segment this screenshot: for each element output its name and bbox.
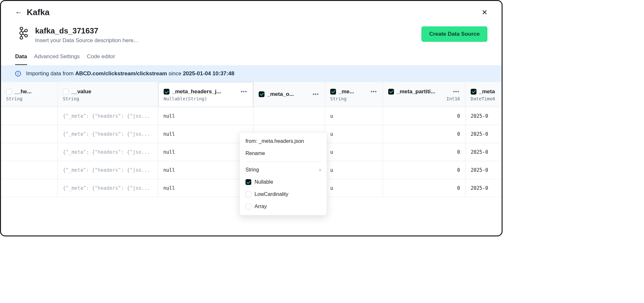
- column-type: DateTime6: [471, 96, 499, 101]
- table-cell: 0: [383, 143, 465, 161]
- topbar-left: ← Kafka: [15, 7, 50, 17]
- menu-nullable-label: Nullable: [255, 179, 273, 185]
- table-cell: [254, 107, 325, 125]
- column-4: _me... ••• String u u u u u: [325, 82, 383, 197]
- banner-text: Importing data from ABCD.com/clickstream…: [26, 70, 234, 77]
- column-menu-icon[interactable]: •••: [240, 89, 248, 95]
- column-header[interactable]: _meta_partiti... ••• Int16: [383, 82, 465, 107]
- column-header[interactable]: _meta_headers_j... ••• Nullable(String): [158, 82, 253, 107]
- svg-line-8: [23, 34, 25, 35]
- table-cell: 0: [383, 179, 465, 197]
- column-type: String: [6, 96, 52, 101]
- column-menu-icon[interactable]: •••: [312, 91, 320, 97]
- column-name: _meta_headers_j...: [172, 88, 221, 95]
- column-checkbox[interactable]: [259, 91, 264, 97]
- table-cell: 2025-0: [466, 161, 502, 179]
- table-cell: {"_meta": {"headers": {"jso...: [58, 107, 158, 125]
- tab-advanced-settings[interactable]: Advanced Settings: [34, 53, 80, 65]
- back-arrow-icon[interactable]: ←: [15, 8, 22, 17]
- app-frame: ← Kafka ✕ kafka_ds_371637: [0, 0, 503, 236]
- table-cell: null: [158, 143, 253, 161]
- column-type: String: [330, 96, 378, 101]
- menu-type-string[interactable]: String ›: [240, 164, 327, 176]
- table-cell: null: [158, 161, 253, 179]
- create-data-source-button[interactable]: Create Data Source: [421, 26, 487, 42]
- table-cell: [1, 161, 57, 179]
- table-cell: u: [325, 125, 383, 143]
- menu-checkbox-nullable[interactable]: [245, 179, 251, 185]
- menu-lowcardinality-label: LowCardinality: [255, 191, 288, 197]
- topbar: ← Kafka ✕: [1, 1, 502, 17]
- column-header[interactable]: __he... String: [1, 82, 57, 107]
- column-checkbox[interactable]: [471, 89, 476, 95]
- svg-point-2: [20, 37, 23, 39]
- ds-name: kafka_ds_371637: [35, 26, 138, 35]
- column-type: Int16: [388, 96, 460, 101]
- menu-rename[interactable]: Rename: [240, 147, 327, 160]
- table-cell: u: [325, 143, 383, 161]
- table-cell: 2025-0: [466, 143, 502, 161]
- svg-point-3: [25, 29, 27, 32]
- table-cell: 2025-0: [466, 107, 502, 125]
- column-name: _meta: [479, 88, 495, 95]
- chevron-right-icon: ›: [319, 167, 321, 173]
- menu-lowcardinality[interactable]: LowCardinality: [240, 188, 327, 200]
- tabs: Data Advanced Settings Code editor: [1, 44, 502, 65]
- column-name: __he...: [14, 88, 32, 95]
- banner-since: 2025-01-04 10:37:48: [183, 70, 235, 77]
- column-checkbox[interactable]: [6, 89, 12, 95]
- tab-code-editor[interactable]: Code editor: [87, 53, 115, 65]
- menu-array[interactable]: Array: [240, 200, 327, 213]
- menu-separator: [245, 161, 322, 162]
- column-checkbox[interactable]: [63, 89, 69, 95]
- header-row: kafka_ds_371637 Insert your Data Source …: [1, 17, 502, 44]
- table-cell: null: [158, 107, 253, 125]
- import-banner: i Importing data from ABCD.com/clickstre…: [1, 65, 502, 82]
- column-name: __value: [71, 88, 91, 95]
- tab-data[interactable]: Data: [15, 53, 27, 65]
- column-checkbox[interactable]: [388, 89, 394, 95]
- banner-source: ABCD.com/clickstream/clickstream: [75, 70, 167, 77]
- table-cell: 0: [383, 125, 465, 143]
- close-icon[interactable]: ✕: [482, 8, 487, 17]
- column-header[interactable]: _me... ••• String: [325, 82, 383, 107]
- table-cell: u: [325, 107, 383, 125]
- column-header[interactable]: _meta DateTime6: [466, 82, 502, 107]
- menu-checkbox-array[interactable]: [245, 204, 251, 209]
- menu-checkbox-lowcardinality[interactable]: [245, 191, 251, 197]
- ds-title-block: kafka_ds_371637 Insert your Data Source …: [35, 26, 138, 44]
- table-cell: [1, 107, 57, 125]
- info-icon: i: [15, 71, 21, 77]
- column-menu-icon[interactable]: •••: [452, 89, 460, 95]
- column-name: _meta_partiti...: [397, 88, 435, 95]
- column-header[interactable]: __value String: [58, 82, 158, 107]
- table-cell: 0: [383, 161, 465, 179]
- table-cell: null: [158, 179, 253, 197]
- svg-line-7: [23, 31, 25, 32]
- table-cell: {"_meta": {"headers": {"jso...: [58, 179, 158, 197]
- svg-point-4: [25, 34, 27, 37]
- ds-description[interactable]: Insert your Data Source description here…: [35, 37, 138, 44]
- table-cell: {"_meta": {"headers": {"jso...: [58, 161, 158, 179]
- svg-point-0: [20, 27, 23, 30]
- svg-point-1: [20, 32, 23, 35]
- menu-array-label: Array: [255, 204, 267, 209]
- column-1: __value String {"_meta": {"headers": {"j…: [58, 82, 158, 197]
- table-cell: [1, 179, 57, 197]
- table-cell: {"_meta": {"headers": {"jso...: [58, 143, 158, 161]
- column-type: Nullable(String): [164, 96, 248, 101]
- menu-nullable[interactable]: Nullable: [240, 176, 327, 188]
- table-cell: {"_meta": {"headers": {"jso...: [58, 125, 158, 143]
- column-menu-icon[interactable]: •••: [370, 89, 378, 95]
- column-name: _meta_o...: [267, 91, 294, 97]
- table-cell: u: [325, 179, 383, 197]
- column-checkbox[interactable]: [330, 89, 336, 95]
- column-checkbox[interactable]: [164, 89, 169, 95]
- menu-type-label: String: [245, 167, 259, 173]
- column-0: __he... String: [1, 82, 58, 197]
- table-cell: null: [158, 125, 253, 143]
- column-header[interactable]: _meta_o... •••: [254, 82, 325, 107]
- page-title: Kafka: [27, 7, 50, 17]
- header-left: kafka_ds_371637 Insert your Data Source …: [18, 26, 138, 44]
- table-cell: 2025-0: [466, 125, 502, 143]
